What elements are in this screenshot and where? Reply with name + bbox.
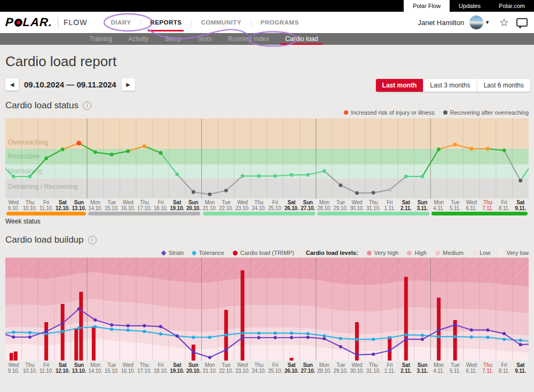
subnav-item-running-index[interactable]: Running Index [220, 33, 277, 45]
nav-item-reports[interactable]: REPORTS [140, 12, 191, 33]
user-name[interactable]: Janet Hamilton [418, 19, 464, 27]
legend-level-item: Low [472, 250, 490, 256]
axis-day-label: Thu31.10. [365, 199, 382, 211]
axis-day-label: Thu24.10. [250, 199, 267, 211]
axis-day-label: Sat9.11. [512, 362, 529, 374]
avatar[interactable] [469, 15, 483, 29]
week-status-bar [6, 212, 86, 215]
subnav-item-sleep[interactable]: Sleep [156, 33, 189, 45]
reports-subnav: TrainingActivitySleepTestsRunning IndexC… [0, 33, 534, 45]
cardio-load-buildup-chart[interactable] [5, 258, 529, 361]
chevron-down-icon[interactable]: ▼ [485, 20, 490, 25]
subnav-item-cardio-load[interactable]: Cardio load [277, 33, 326, 45]
legend-marker-icon [192, 250, 197, 255]
nav-right: Janet Hamilton ▼ ☆ [418, 15, 528, 29]
axis-day-label: Mon21.10. [202, 362, 218, 374]
topbar-tab[interactable]: Polar.com [490, 0, 534, 12]
axis-day-label: Fri8.11. [496, 362, 513, 374]
info-icon[interactable]: i [83, 101, 91, 110]
topbar-tab[interactable]: Polar Flow [404, 0, 450, 12]
legend-level-item: Medium [435, 250, 464, 256]
axis-day-label: Sun20.10. [185, 362, 202, 374]
axis-day-label: Mon4.11. [430, 199, 447, 211]
svg-text:Overreaching: Overreaching [8, 139, 48, 146]
legend-dot-icon [472, 251, 477, 255]
axis-day-label: Fri11.10. [38, 199, 54, 211]
axis-day-label: Sun3.11. [414, 362, 431, 374]
axis-day-label: Mon4.11. [430, 362, 447, 374]
status-heading-text: Cardio load status [5, 100, 78, 111]
polar-logo[interactable]: PLAR. [5, 15, 53, 29]
prev-period-button[interactable] [5, 78, 19, 91]
axis-day-label: Wed30.10. [349, 362, 365, 374]
axis-day-label: Sat2.11. [398, 362, 414, 374]
cardio-load-status-chart[interactable]: OverreachingProductiveMaintainingDetrain… [5, 118, 529, 198]
status-chart-canvas[interactable]: OverreachingProductiveMaintainingDetrain… [5, 118, 529, 198]
axis-day-label: Thu31.10. [365, 362, 382, 374]
axis-day-label: Sun3.11. [414, 199, 431, 211]
axis-day-label: Thu7.11. [480, 199, 496, 211]
axis-day-label: Fri25.10. [267, 362, 284, 374]
favorite-star-icon[interactable]: ☆ [499, 17, 509, 28]
week-status-bar [317, 212, 429, 215]
axis-day-label: Sat9.11. [512, 199, 529, 211]
axis-day-label: Sat19.10. [169, 362, 185, 374]
axis-day-label: Sat26.10. [284, 362, 300, 374]
legend-item: Recovering after overreaching [443, 109, 529, 116]
axis-day-label: Fri1.11. [381, 362, 398, 374]
legend-marker-icon [161, 250, 167, 255]
info-icon[interactable]: i [88, 236, 97, 244]
subnav-items: TrainingActivitySleepTestsRunning IndexC… [81, 33, 326, 45]
week-status-label: Week status [5, 218, 41, 225]
axis-day-label: Tue15.10. [104, 362, 120, 374]
axis-day-label: Fri18.10. [153, 362, 169, 374]
axis-day-label: Thu24.10. [250, 362, 267, 374]
axis-day-label: Mon28.10. [316, 362, 333, 374]
buildup-chart-x-axis: Wed9.10.Thu10.10.Fri11.10.Sat12.10.Sun13… [5, 362, 529, 374]
week-status-bar [431, 212, 528, 215]
nav-item-diary[interactable]: DIARY [101, 12, 140, 33]
range-button[interactable]: Last 3 months [423, 79, 476, 92]
subnav-item-training[interactable]: Training [81, 33, 120, 45]
subnav-item-activity[interactable]: Activity [120, 33, 156, 45]
legend-marker-icon [233, 251, 238, 255]
svg-text:Detraining / Recovering: Detraining / Recovering [8, 183, 78, 190]
axis-day-label: Wed6.11. [464, 199, 480, 211]
axis-day-label: Thu10.10. [22, 199, 38, 211]
axis-day-label: Fri8.11. [496, 199, 513, 211]
axis-day-label: Mon28.10. [316, 199, 333, 211]
topbar-tabs: Polar FlowUpdatesPolar.com [404, 0, 534, 12]
axis-day-label: Sat12.10. [54, 199, 71, 211]
svg-text:Productive: Productive [8, 153, 40, 160]
subnav-spacer [0, 33, 81, 45]
feedback-bubble-icon[interactable] [516, 18, 528, 27]
axis-day-label: Fri25.10. [267, 199, 284, 211]
logo-red-dot-icon [14, 19, 22, 27]
legend-item: Cardio load (TRIMP) [233, 250, 294, 256]
status-legend: Increased risk of injury or illnessRecov… [335, 109, 529, 116]
axis-day-label: Wed30.10. [349, 199, 365, 211]
buildup-section-heading: Cardio load buildup i [5, 235, 97, 245]
topbar-tab[interactable]: Updates [450, 0, 490, 12]
legend-level-item: High [407, 250, 427, 256]
axis-day-label: Tue22.10. [218, 199, 234, 211]
buildup-chart-canvas[interactable] [5, 258, 529, 361]
week-status-bar [88, 212, 200, 215]
axis-day-label: Tue29.10. [333, 362, 349, 374]
axis-day-label: Sun27.10. [300, 199, 316, 211]
subnav-item-tests[interactable]: Tests [189, 33, 220, 45]
legend-dot-icon [367, 251, 372, 255]
legend-dot-icon [443, 110, 447, 115]
axis-day-label: Thu17.10. [136, 199, 153, 211]
legend-item: Strain [162, 250, 184, 256]
axis-day-label: Thu17.10. [136, 362, 153, 374]
range-button[interactable]: Last 6 months [477, 79, 530, 92]
range-button[interactable]: Last month [376, 79, 423, 92]
legend-level-item: Very low [499, 250, 529, 256]
next-period-button[interactable] [122, 78, 135, 91]
nav-item-programs[interactable]: PROGRAMS [251, 12, 309, 33]
nav-item-community[interactable]: COMMUNITY [191, 12, 250, 33]
axis-day-label: Sat12.10. [54, 362, 71, 374]
axis-day-label: Wed6.11. [464, 362, 480, 374]
axis-day-label: Mon21.10. [202, 199, 218, 211]
